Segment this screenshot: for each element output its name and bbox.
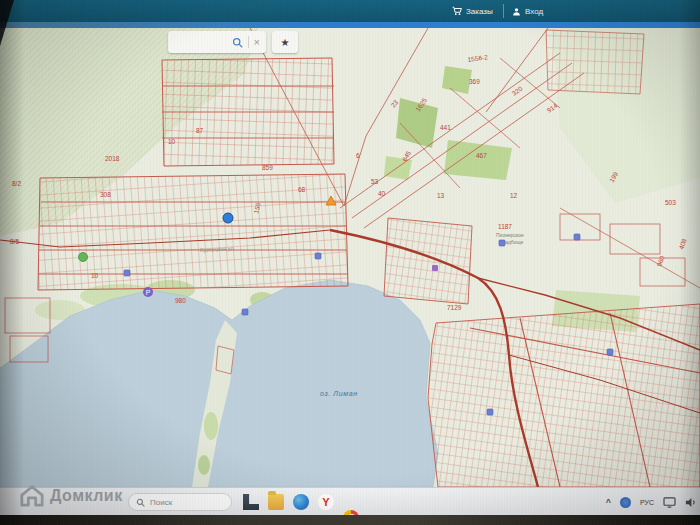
dot-marker[interactable] bbox=[223, 213, 233, 223]
parcel-number: 7129 bbox=[447, 304, 462, 311]
cemetery-number: 1187 bbox=[498, 223, 512, 230]
parcel-number: 68 bbox=[298, 186, 306, 193]
blue-marker[interactable] bbox=[607, 349, 613, 355]
parcel-number: 10 bbox=[91, 272, 99, 279]
bezel-corner bbox=[0, 0, 14, 46]
parcel-number: 40 bbox=[378, 190, 386, 197]
blue-marker[interactable] bbox=[574, 234, 580, 240]
blue-marker[interactable] bbox=[487, 409, 493, 415]
map-search-box[interactable]: × bbox=[168, 31, 266, 53]
explorer-folder-icon[interactable] bbox=[268, 494, 284, 510]
taskbar-search-placeholder: Поиск bbox=[150, 498, 172, 507]
lake-label: оз. Лиман bbox=[320, 390, 358, 397]
window-app-icon[interactable] bbox=[243, 494, 259, 510]
domklik-watermark: Домклик bbox=[20, 484, 123, 508]
parcel-number: 8/2 bbox=[12, 180, 21, 187]
cart-icon bbox=[452, 6, 462, 16]
parcel-number: 441 bbox=[440, 124, 451, 131]
orders-label: Заказы bbox=[466, 7, 493, 16]
orders-button[interactable]: Заказы bbox=[452, 0, 493, 22]
topbar-divider bbox=[503, 4, 504, 18]
cemetery-label-line1: Пионерское bbox=[496, 232, 524, 238]
blue-marker[interactable] bbox=[242, 309, 248, 315]
cadastral-map[interactable]: 795871020188593088/28/510681556534023162… bbox=[0, 28, 700, 487]
favorites-star-button[interactable]: ★ bbox=[272, 31, 298, 53]
login-label: Вход bbox=[525, 7, 543, 16]
parcel-number: 53 bbox=[371, 178, 379, 185]
parcel-number: 6 bbox=[356, 152, 360, 159]
search-divider bbox=[248, 36, 249, 48]
parcel-number: 8/5 bbox=[10, 238, 19, 245]
blue-marker[interactable] bbox=[499, 240, 505, 246]
parcel-number: 859 bbox=[262, 164, 273, 171]
clear-icon[interactable]: × bbox=[254, 37, 260, 48]
taskbar-search[interactable]: Поиск bbox=[128, 493, 232, 511]
tray-volume-icon[interactable] bbox=[685, 497, 696, 508]
site-topbar: Заказы Вход bbox=[0, 0, 700, 22]
parking-marker[interactable]: P bbox=[143, 287, 153, 297]
map-canvas: 795871020188593088/28/510681556534023162… bbox=[0, 28, 700, 487]
map-search-input[interactable] bbox=[174, 37, 227, 48]
parcel-number: 12 bbox=[510, 192, 518, 199]
login-button[interactable]: Вход bbox=[512, 0, 543, 22]
user-icon bbox=[512, 7, 521, 16]
desk-edge bbox=[0, 515, 700, 525]
green-marker[interactable] bbox=[79, 253, 88, 262]
tray-display-icon[interactable] bbox=[663, 497, 676, 508]
parcel-number: 308 bbox=[100, 191, 111, 198]
monitor-photo: Заказы Вход bbox=[0, 0, 700, 525]
language-indicator[interactable]: РУС bbox=[640, 499, 654, 506]
search-icon[interactable] bbox=[232, 37, 243, 48]
parcel-number: 13 bbox=[437, 192, 445, 199]
system-tray: ^ РУС bbox=[606, 488, 700, 516]
taskbar-search-icon bbox=[136, 498, 145, 507]
yandex-browser-icon[interactable]: Y bbox=[318, 494, 334, 510]
purple-marker[interactable] bbox=[432, 265, 438, 271]
parcel-number: 980 bbox=[175, 297, 186, 304]
parcel-number: 10 bbox=[168, 138, 176, 145]
blue-marker[interactable] bbox=[124, 270, 130, 276]
blue-marker[interactable] bbox=[315, 253, 321, 259]
parcel-number: 87 bbox=[196, 127, 204, 134]
domklik-brand-text: Домклик bbox=[50, 487, 123, 505]
svg-text:P: P bbox=[146, 289, 151, 296]
edge-icon[interactable] bbox=[293, 494, 309, 510]
tray-app-icon[interactable] bbox=[620, 497, 631, 508]
tray-chevron-icon[interactable]: ^ bbox=[606, 497, 611, 507]
parcel-number: 503 bbox=[665, 199, 676, 206]
star-icon: ★ bbox=[281, 37, 290, 48]
parcel-number: 2018 bbox=[105, 155, 120, 162]
parcel-number: 369 bbox=[469, 78, 480, 85]
parcel-number: 467 bbox=[476, 152, 487, 159]
domklik-house-icon bbox=[20, 484, 44, 508]
